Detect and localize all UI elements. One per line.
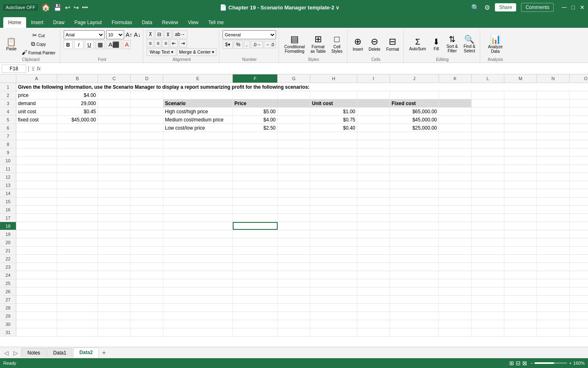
col-header-M[interactable]: M [504, 74, 537, 83]
cell-C5[interactable] [98, 116, 131, 123]
minimize-icon[interactable]: ─ [562, 4, 566, 11]
cell-A1[interactable]: Given the following information, use the… [16, 83, 588, 91]
decrease-font-button[interactable]: A↓ [134, 31, 140, 38]
name-box[interactable]: F18 [2, 65, 26, 73]
cell-B5[interactable]: $45,000.00 [57, 116, 98, 123]
share-button[interactable]: Share [495, 3, 516, 11]
bold-button[interactable]: B [64, 40, 73, 49]
align-center-button[interactable]: ≡ [154, 39, 161, 47]
cell-M18[interactable] [504, 222, 537, 230]
fill-color-button[interactable]: A⬛ [107, 40, 121, 49]
cell-G2[interactable] [278, 91, 310, 99]
zoom-out-button[interactable]: − [530, 361, 533, 366]
cell-H5[interactable]: $0.75 [310, 116, 357, 123]
title-dropdown-icon[interactable]: ∨ [336, 5, 339, 11]
cell-L4[interactable] [472, 108, 504, 115]
cell-L6[interactable] [472, 124, 504, 132]
cell-H2[interactable] [310, 91, 357, 99]
paste-button[interactable]: 📋 Paste [4, 32, 19, 56]
cell-M4[interactable] [504, 108, 537, 115]
cell-N4[interactable] [537, 108, 570, 115]
cell-C3[interactable] [98, 99, 131, 107]
cell-B2[interactable]: $4.00 [57, 91, 98, 99]
insert-button[interactable]: ⊕ Insert [351, 32, 365, 56]
format-as-table-button[interactable]: ⊞ Formatas Table [308, 32, 327, 56]
decrease-indent-button[interactable]: ⇤ [170, 39, 178, 47]
cell-A6[interactable] [16, 124, 57, 132]
cell-E3[interactable]: Scenario [163, 99, 233, 107]
tab-formulas[interactable]: Formulas [107, 17, 137, 28]
font-size-select[interactable]: 10 [106, 30, 124, 39]
orientation-button[interactable]: ab→ [173, 30, 187, 38]
col-header-L[interactable]: L [472, 74, 504, 83]
cell-A3[interactable]: demand [16, 99, 57, 107]
page-layout-view-button[interactable]: ⊟ [516, 360, 521, 366]
cell-F2[interactable] [233, 91, 278, 99]
tab-review[interactable]: Review [157, 17, 183, 28]
col-header-E[interactable]: E [163, 74, 233, 83]
col-header-G[interactable]: G [278, 74, 310, 83]
sheet-nav-right[interactable]: ▷ [11, 348, 20, 358]
cell-E2[interactable] [163, 91, 233, 99]
cell-C4[interactable] [98, 108, 131, 115]
col-header-O[interactable]: O [570, 74, 588, 83]
cell-K4[interactable] [439, 108, 472, 115]
cell-I6[interactable] [357, 124, 390, 132]
cell-O3[interactable] [570, 99, 588, 107]
cell-N6[interactable] [537, 124, 570, 132]
cell-A18[interactable] [16, 222, 57, 230]
cell-K5[interactable] [439, 116, 472, 123]
cell-J4[interactable]: $65,000.00 [390, 108, 439, 115]
cell-B18[interactable] [57, 222, 98, 230]
cell-F3[interactable]: Price [233, 99, 278, 107]
cell-L2[interactable] [472, 91, 504, 99]
col-header-N[interactable]: N [537, 74, 570, 83]
cell-J2[interactable] [390, 91, 439, 99]
comma-button[interactable]: , [244, 40, 250, 49]
col-header-C[interactable]: C [98, 74, 131, 83]
sheet-tab-data2[interactable]: Data2 [73, 348, 99, 358]
cell-M3[interactable] [504, 99, 537, 107]
analyze-data-button[interactable]: 📊 AnalyzeData [486, 32, 505, 56]
cell-H18[interactable] [310, 222, 357, 230]
redo-icon[interactable]: ↪ [74, 4, 79, 11]
cell-styles-button[interactable]: □ CellStyles [329, 32, 344, 56]
search-icon[interactable]: 🔍 [471, 4, 479, 11]
cell-K3[interactable] [439, 99, 472, 107]
increase-indent-button[interactable]: ⇥ [179, 39, 187, 47]
tab-data[interactable]: Data [137, 17, 157, 28]
increase-decimal-button[interactable]: .0→ [251, 41, 263, 48]
cell-B6[interactable] [57, 124, 98, 132]
cell-I18[interactable] [357, 222, 390, 230]
col-header-F[interactable]: F [233, 74, 278, 83]
cell-O6[interactable] [570, 124, 588, 132]
cell-B4[interactable]: $0.45 [57, 108, 98, 115]
cell-J5[interactable]: $45,000.00 [390, 116, 439, 123]
font-color-button[interactable]: A [123, 40, 131, 49]
col-header-H[interactable]: H [310, 74, 357, 83]
undo-icon[interactable]: ↩ [65, 4, 70, 11]
cell-N2[interactable] [537, 91, 570, 99]
increase-font-button[interactable]: A↑ [126, 31, 132, 38]
more-icon[interactable]: ••• [82, 4, 88, 11]
close-icon[interactable]: ✕ [580, 4, 585, 11]
cell-K18[interactable] [439, 222, 472, 230]
settings-icon[interactable]: ⚙ [484, 4, 490, 11]
cell-H6[interactable]: $0.40 [310, 124, 357, 132]
cell-L18[interactable] [472, 222, 504, 230]
cell-N5[interactable] [537, 116, 570, 123]
border-button[interactable]: ▦ [96, 40, 105, 49]
fill-button[interactable]: ⬇ Fill [430, 32, 443, 56]
cell-J6[interactable]: $25,000.00 [390, 124, 439, 132]
cell-M6[interactable] [504, 124, 537, 132]
cell-C18[interactable] [98, 222, 131, 230]
autosave-label[interactable]: AutoSave OFF [3, 4, 38, 11]
cell-N3[interactable] [537, 99, 570, 107]
cell-O4[interactable] [570, 108, 588, 115]
sheet-tab-notes[interactable]: Notes [21, 348, 46, 357]
grid-container[interactable]: 1 Given the following information, use t… [0, 83, 588, 347]
decrease-decimal-button[interactable]: ←.0 [264, 41, 276, 48]
align-middle-button[interactable]: ⊟ [155, 30, 163, 38]
home-icon[interactable]: 🏠 [41, 3, 50, 12]
cell-A4[interactable]: unit cost [16, 108, 57, 115]
